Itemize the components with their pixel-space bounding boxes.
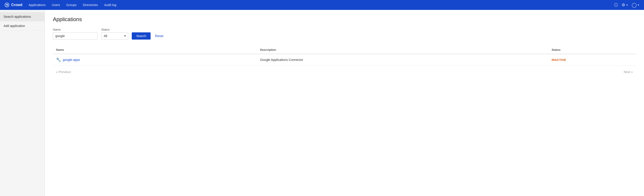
help-icon: ⓘ xyxy=(614,2,618,8)
col-header-description: Description xyxy=(257,46,548,54)
status-form-group: Status All Active Inactive ▼ xyxy=(101,28,128,40)
table-cell-description: Google Applications Connector xyxy=(257,54,548,66)
user-button[interactable]: ◯ ▼ xyxy=(632,2,640,8)
brand-name: Crowd xyxy=(11,3,22,7)
svg-point-1 xyxy=(6,5,8,6)
nav-audit-log[interactable]: Audit log xyxy=(104,3,116,7)
topnav-left: Crowd Applications Users Groups Director… xyxy=(4,3,116,8)
main-content: Applications Name Status All Active Inac… xyxy=(45,10,644,196)
pagination-previous: « Previous xyxy=(56,70,71,74)
reset-button[interactable]: Reset xyxy=(154,32,164,40)
pagination-next: Next » xyxy=(624,70,633,74)
sidebar-item-add-application[interactable]: Add application xyxy=(0,21,44,31)
pagination: « Previous Next » xyxy=(53,69,636,75)
table-cell-name: 🔧 google-apps xyxy=(53,54,257,66)
app-link[interactable]: google-apps xyxy=(63,58,80,62)
status-select[interactable]: All Active Inactive xyxy=(101,32,128,40)
app-name-cell: 🔧 google-apps xyxy=(56,57,254,62)
gear-icon: ⚙ xyxy=(622,3,625,8)
nav-applications[interactable]: Applications xyxy=(29,3,46,7)
topnav-right: ⓘ ⚙ ▼ ◯ ▼ xyxy=(614,2,640,8)
brand-logo[interactable]: Crowd xyxy=(4,3,22,8)
name-label: Name xyxy=(53,28,98,31)
nav-users[interactable]: Users xyxy=(52,3,60,7)
table-body: 🔧 google-apps Google Applications Connec… xyxy=(53,54,636,66)
sidebar: Search applications Add application xyxy=(0,10,45,196)
col-header-status: Status xyxy=(548,46,636,54)
layout: Search applications Add application Appl… xyxy=(0,10,644,196)
help-button[interactable]: ⓘ xyxy=(614,2,618,8)
col-header-name: Name xyxy=(53,46,257,54)
table-head: Name Description Status xyxy=(53,46,636,54)
settings-chevron-icon: ▼ xyxy=(626,4,628,6)
crowd-logo-icon xyxy=(4,3,10,8)
settings-button[interactable]: ⚙ ▼ xyxy=(622,3,628,8)
name-form-group: Name xyxy=(53,28,98,40)
status-badge: INACTIVE xyxy=(552,58,566,62)
status-label: Status xyxy=(101,28,128,31)
search-button[interactable]: Search xyxy=(132,32,150,40)
nav-groups[interactable]: Groups xyxy=(66,3,77,7)
sidebar-item-search-applications[interactable]: Search applications xyxy=(0,12,44,21)
topnav: Crowd Applications Users Groups Director… xyxy=(0,0,644,10)
results-table: Name Description Status 🔧 google-apps Go… xyxy=(53,46,636,66)
table-cell-status: INACTIVE xyxy=(548,54,636,66)
status-select-wrapper: All Active Inactive ▼ xyxy=(101,32,128,40)
page-title: Applications xyxy=(53,16,636,23)
power-icon: ◯ xyxy=(632,2,636,8)
table-row: 🔧 google-apps Google Applications Connec… xyxy=(53,54,636,66)
table-header-row: Name Description Status xyxy=(53,46,636,54)
nav-directories[interactable]: Directories xyxy=(83,3,98,7)
name-input[interactable] xyxy=(53,32,98,40)
user-chevron-icon: ▼ xyxy=(637,4,640,6)
search-form: Name Status All Active Inactive ▼ Search… xyxy=(53,28,636,40)
app-icon: 🔧 xyxy=(56,57,61,62)
